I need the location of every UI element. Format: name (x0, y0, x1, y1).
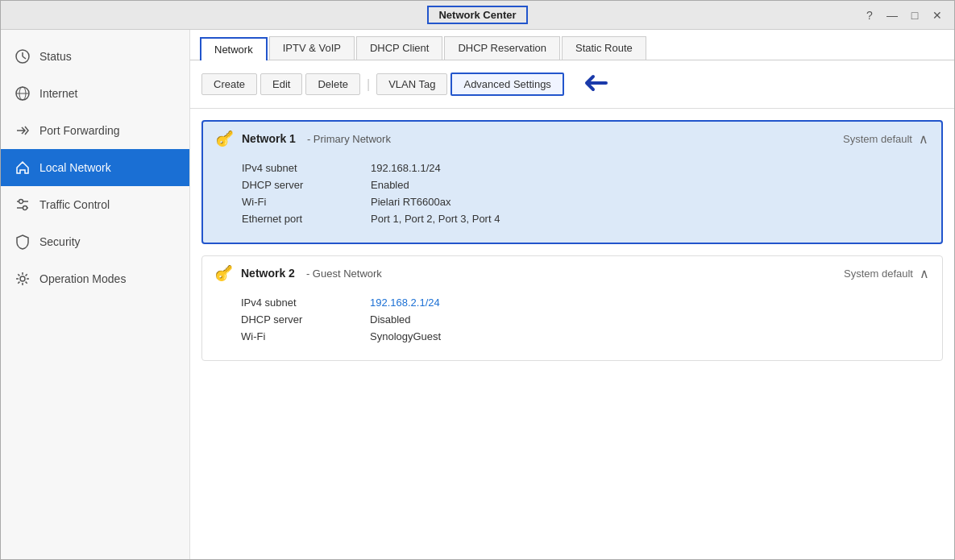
titlebar: Network Center ? — □ ✕ (1, 1, 954, 30)
tab-bar: Network IPTV & VoIP DHCP Client DHCP Res… (190, 30, 954, 60)
svg-point-10 (20, 276, 25, 281)
network2-collapse-button[interactable]: ∧ (920, 266, 929, 281)
clock-icon (14, 48, 31, 65)
tab-iptv-voip[interactable]: IPTV & VoIP (269, 36, 355, 60)
forward-icon (14, 122, 31, 139)
svg-point-7 (19, 200, 23, 204)
delete-button[interactable]: Delete (305, 73, 360, 95)
network1-dhcp-value: Enabled (371, 179, 409, 191)
home-icon (14, 159, 31, 176)
sidebar-label-traffic-control: Traffic Control (39, 198, 110, 211)
network1-ipv4-value: 192.168.1.1/24 (371, 162, 441, 174)
network1-panel: 🔑 Network 1 - Primary Network System def… (201, 120, 943, 244)
network2-wifi-row: Wi-Fi SynologyGuest (241, 330, 929, 342)
network2-ipv4-label: IPv4 subnet (241, 297, 370, 309)
minimize-button[interactable]: — (883, 6, 901, 24)
network1-ethernet-row: Ethernet port Port 1, Port 2, Port 3, Po… (242, 213, 928, 225)
globe-icon (14, 85, 31, 102)
vlan-tag-button[interactable]: VLAN Tag (376, 73, 447, 95)
sliders-icon (14, 196, 31, 214)
sidebar-label-security: Security (39, 235, 81, 248)
network2-ipv4-row: IPv4 subnet 192.168.2.1/24 (241, 297, 929, 309)
sidebar-item-security[interactable]: Security (1, 223, 189, 260)
key-icon-2: 🔑 (215, 264, 233, 282)
svg-line-2 (23, 56, 26, 59)
sidebar-label-local-network: Local Network (39, 161, 111, 174)
network1-wifi-value: Pielari RT6600ax (371, 196, 451, 208)
network1-ethernet-label: Ethernet port (242, 213, 371, 225)
network2-panel: 🔑 Network 2 - Guest Network System defau… (201, 255, 943, 361)
network1-ipv4-label: IPv4 subnet (242, 162, 371, 174)
advanced-settings-button[interactable]: Advanced Settings (451, 73, 563, 96)
network2-name: Network 2 (241, 267, 295, 280)
network2-body: IPv4 subnet 192.168.2.1/24 DHCP server D… (202, 290, 942, 360)
key-icon-1: 🔑 (216, 130, 234, 147)
sidebar: Status Internet (1, 30, 190, 559)
network1-dhcp-row: DHCP server Enabled (242, 179, 928, 191)
network1-system-default: System default (843, 133, 912, 145)
network1-header-left: 🔑 Network 1 - Primary Network (216, 130, 391, 147)
network2-dhcp-value: Disabled (370, 313, 411, 326)
svg-point-9 (23, 206, 27, 210)
window-controls: ? — □ ✕ (861, 6, 946, 24)
arrow-annotation (574, 68, 612, 100)
network1-wifi-row: Wi-Fi Pielari RT6600ax (242, 196, 928, 208)
network1-wifi-label: Wi-Fi (242, 196, 371, 208)
sidebar-item-operation-modes[interactable]: Operation Modes (1, 260, 189, 297)
content-area: Network IPTV & VoIP DHCP Client DHCP Res… (190, 30, 954, 559)
toolbar: Create Edit Delete | VLAN Tag Advanced S… (190, 60, 954, 109)
network2-dhcp-row: DHCP server Disabled (241, 313, 929, 326)
network1-subtitle: - Primary Network (307, 133, 391, 145)
network2-ipv4-value: 192.168.2.1/24 (370, 297, 440, 309)
tab-network[interactable]: Network (200, 37, 268, 60)
sidebar-item-local-network[interactable]: Local Network (1, 149, 189, 186)
main-window: Network Center ? — □ ✕ Status (0, 0, 955, 560)
panels-area: 🔑 Network 1 - Primary Network System def… (190, 109, 954, 559)
sidebar-item-traffic-control[interactable]: Traffic Control (1, 186, 189, 223)
network2-header: 🔑 Network 2 - Guest Network System defau… (202, 256, 942, 290)
network1-ipv4-row: IPv4 subnet 192.168.1.1/24 (242, 162, 928, 174)
sidebar-label-internet: Internet (39, 87, 77, 100)
window-title: Network Center (427, 6, 527, 24)
main-layout: Status Internet (1, 30, 954, 559)
network2-system-default: System default (844, 268, 913, 280)
maximize-button[interactable]: □ (906, 6, 924, 24)
network2-dhcp-label: DHCP server (241, 313, 370, 326)
gear-icon (14, 270, 31, 288)
network1-ethernet-value: Port 1, Port 2, Port 3, Port 4 (371, 213, 500, 225)
network2-subtitle: - Guest Network (306, 268, 382, 280)
sidebar-label-operation-modes: Operation Modes (39, 272, 126, 285)
sidebar-item-status[interactable]: Status (1, 38, 189, 75)
tab-dhcp-reservation[interactable]: DHCP Reservation (444, 36, 560, 60)
network1-header: 🔑 Network 1 - Primary Network System def… (203, 122, 941, 156)
create-button[interactable]: Create (201, 73, 257, 95)
shield-icon (14, 233, 31, 251)
sidebar-label-port-forwarding: Port Forwarding (39, 124, 120, 137)
help-button[interactable]: ? (861, 6, 878, 24)
tab-static-route[interactable]: Static Route (562, 36, 646, 60)
edit-button[interactable]: Edit (260, 73, 302, 95)
network2-wifi-label: Wi-Fi (241, 330, 370, 342)
network1-body: IPv4 subnet 192.168.1.1/24 DHCP server E… (203, 156, 941, 243)
toolbar-separator: | (367, 77, 370, 92)
network1-name: Network 1 (242, 132, 296, 145)
sidebar-item-port-forwarding[interactable]: Port Forwarding (1, 112, 189, 149)
sidebar-label-status: Status (39, 50, 72, 63)
network2-header-right: System default ∧ (844, 266, 929, 281)
network1-collapse-button[interactable]: ∧ (919, 131, 928, 147)
network1-dhcp-label: DHCP server (242, 179, 371, 191)
network2-wifi-value: SynologyGuest (370, 330, 441, 342)
sidebar-item-internet[interactable]: Internet (1, 75, 189, 112)
network2-header-left: 🔑 Network 2 - Guest Network (215, 264, 382, 282)
tab-dhcp-client[interactable]: DHCP Client (356, 36, 442, 60)
close-button[interactable]: ✕ (928, 6, 946, 24)
network1-header-right: System default ∧ (843, 131, 928, 147)
